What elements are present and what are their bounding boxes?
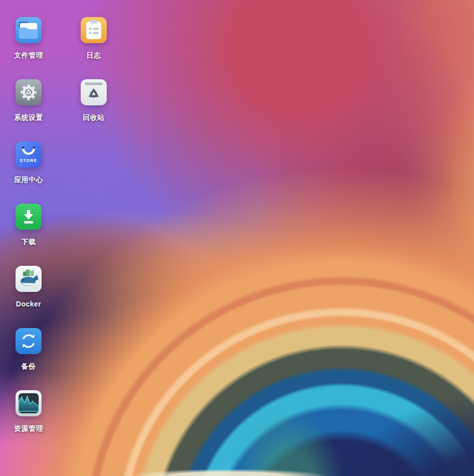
desktop-shortcut-resource-manager[interactable]: 资源管理 [0, 377, 61, 439]
download-arrow-icon [16, 204, 42, 230]
store-badge-text: STORE [20, 158, 37, 163]
shortcut-label: 应用中心 [14, 176, 43, 183]
sync-arrows-icon [16, 328, 42, 354]
desktop-shortcut-file-manager[interactable]: 文件管理 [0, 4, 61, 66]
shortcut-label: 备份 [22, 363, 36, 370]
desktop-shortcut-download[interactable]: 下载 [0, 191, 61, 253]
shortcut-label: 系统设置 [14, 114, 43, 121]
docker-whale-icon [16, 266, 42, 292]
desktop-shortcut-system-settings[interactable]: 系统设置 [0, 66, 61, 128]
desktop-shortcut-backup[interactable]: 备份 [0, 315, 61, 377]
shortcut-label: Docker [16, 300, 41, 307]
gear-icon [16, 79, 42, 105]
shortcut-label: 文件管理 [14, 52, 43, 59]
desktop-shortcut-docker[interactable]: Docker [0, 253, 61, 315]
folder-icon [16, 17, 42, 43]
desktop-shortcut-app-center[interactable]: STORE 应用中心 [0, 128, 61, 191]
store-bag-icon: STORE [16, 141, 42, 168]
clipboard-list-icon [81, 17, 107, 43]
shortcut-label: 日志 [87, 52, 101, 59]
shortcut-label: 下载 [22, 238, 36, 245]
desktop-shortcut-recycle-bin[interactable]: 回收站 [61, 66, 126, 128]
activity-graph-icon [16, 390, 42, 416]
desktop-shortcut-log[interactable]: 日志 [61, 4, 126, 66]
recycle-bin-icon [81, 79, 107, 105]
desktop-icon-grid: 文件管理 系统设置 [0, 0, 126, 439]
shortcut-label: 回收站 [83, 114, 105, 121]
shortcut-label: 资源管理 [14, 425, 43, 432]
